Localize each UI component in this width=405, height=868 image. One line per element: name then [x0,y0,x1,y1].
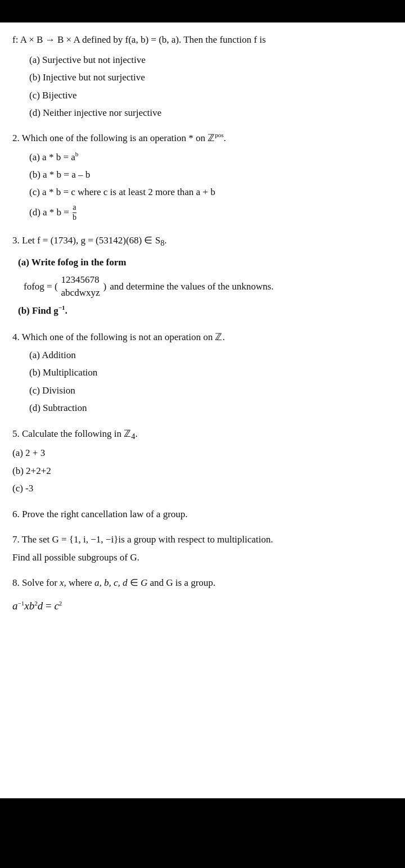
q4-block: 4. Which one of the following is not an … [12,330,393,415]
q8-equation: a−1xb2d = c2 [12,598,393,614]
fraction-a-over-b: a b [73,203,76,223]
intro-line: f: A × B → B × A defined by f(a, b) = (b… [12,33,393,47]
q1-option-b: (b) Injective but not surjective [29,70,393,85]
q4-option-c: (c) Division [29,383,393,398]
q5-label: 5. Calculate the following in ℤ4. [12,427,393,443]
q3a-perm: fofog = ( 12345678 abcdwxyz ) and determ… [24,273,393,300]
q6-label: 6. Prove the right cancellation law of a… [12,507,393,522]
q1-section: (a) Surjective but not injective (b) Inj… [12,53,393,120]
q3b-label: (b) Find g−1. [18,303,393,318]
bottom-bar [0,798,405,868]
q2-label: 2. Which one of the following is an oper… [12,130,393,145]
intro-text: f: A × B → B × A defined by f(a, b) = (b… [12,34,266,45]
q3-label: 3. Let f = (1734), g = (53142)(68) ∈ S8. [12,233,393,250]
q7-block: 7. The set G = {1, i, −1, −i}is a group … [12,532,393,564]
q1-option-a: (a) Surjective but not injective [29,53,393,67]
q8-block: 8. Solve for x, where a, b, c, d ∈ G and… [12,576,393,614]
q2-option-a: (a) a * b = ab [29,150,393,164]
q4-label: 4. Which one of the following is not an … [12,330,393,345]
permutation-table: 12345678 abcdwxyz [61,273,100,300]
q2-option-b: (b) a * b = a – b [29,168,393,182]
q7-label-line2: Find all possible subgroups of G. [12,550,393,565]
q4-option-b: (b) Multiplication [29,365,393,380]
content-area: f: A × B → B × A defined by f(a, b) = (b… [0,22,405,798]
q5-option-b: (b) 2+2+2 [12,464,393,478]
q1-option-d: (d) Neither injective nor surjective [29,106,393,120]
q4-option-a: (a) Addition [29,348,393,363]
q6-block: 6. Prove the right cancellation law of a… [12,507,393,522]
q8-label: 8. Solve for x, where a, b, c, d ∈ G and… [12,576,393,590]
q2-option-c: (c) a * b = c where c is at least 2 more… [29,185,393,200]
q5-option-c: (c) -3 [12,481,393,496]
q5-option-a: (a) 2 + 3 [12,446,393,460]
q2-option-d: (d) a * b = a b [29,203,393,223]
q7-label-line1: 7. The set G = {1, i, −1, −i}is a group … [12,532,393,547]
q4-option-d: (d) Subtraction [29,401,393,415]
q5-block: 5. Calculate the following in ℤ4. (a) 2 … [12,427,393,496]
q3a-label: (a) Write fofog in the form [18,255,393,270]
q3-block: 3. Let f = (1734), g = (53142)(68) ∈ S8.… [12,233,393,318]
q1-option-c: (c) Bijective [29,88,393,103]
q2-block: 2. Which one of the following is an oper… [12,130,393,223]
top-bar [0,0,405,22]
